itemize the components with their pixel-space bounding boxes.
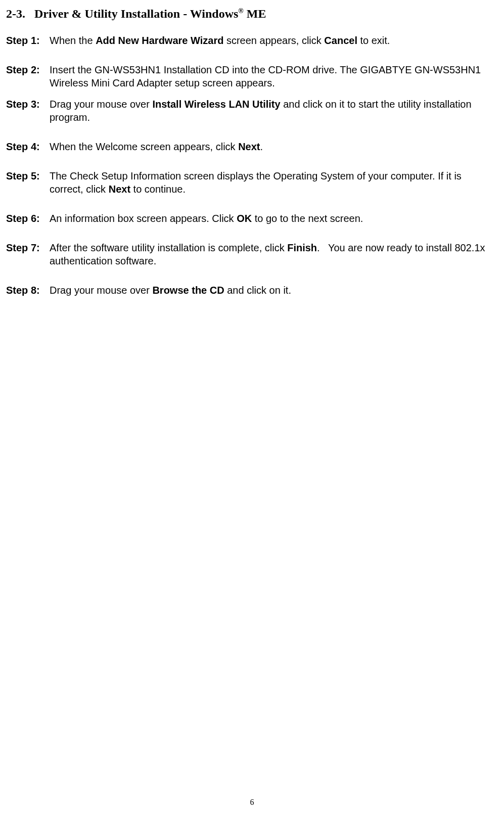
text: . [260, 141, 263, 152]
step-label: Step 2: [6, 63, 50, 76]
bold-text: Next [238, 141, 260, 152]
bold-text: Install Wireless LAN Utility [152, 99, 280, 110]
text: After the software utility installation … [50, 242, 287, 253]
step-3: Step 3: Drag your mouse over Install Wir… [6, 98, 498, 124]
heading-sup: ® [238, 7, 243, 15]
step-body: Drag your mouse over Install Wireless LA… [50, 98, 498, 124]
bold-text: Finish [287, 242, 317, 253]
text: screen appears, click [223, 35, 324, 46]
step-2: Step 2: Insert the GN-WS53HN1 Installati… [6, 63, 498, 89]
text: When the [50, 35, 96, 46]
step-4: Step 4: When the Welcome screen appears,… [6, 140, 498, 153]
step-label: Step 5: [6, 169, 50, 183]
heading-number: 2-3. [6, 7, 25, 20]
step-label: Step 1: [6, 34, 50, 47]
step-6: Step 6: An information box screen appear… [6, 212, 498, 225]
bold-text: Next [109, 184, 130, 195]
text: Insert the GN-WS53HN1 Installation CD in… [50, 64, 481, 88]
section-heading: 2-3. Driver & Utility Installation - Win… [6, 6, 498, 22]
text: to continue. [130, 184, 186, 195]
heading-title-before: Driver & Utility Installation - Windows [34, 7, 238, 20]
heading-title-after: ME [244, 7, 266, 20]
bold-text: Cancel [324, 35, 357, 46]
text: to go to the next screen. [252, 213, 363, 224]
text: An information box screen appears. Click [50, 213, 237, 224]
step-body: When the Welcome screen appears, click N… [50, 140, 498, 153]
text: When the Welcome screen appears, click [50, 141, 238, 152]
bold-text: Add New Hardware Wizard [96, 35, 223, 46]
bold-text: Browse the CD [152, 285, 224, 296]
step-body: An information box screen appears. Click… [50, 212, 498, 225]
step-label: Step 3: [6, 98, 50, 111]
step-7: Step 7: After the software utility insta… [6, 241, 498, 267]
step-label: Step 7: [6, 241, 50, 254]
text: Drag your mouse over [50, 285, 152, 296]
step-body: Drag your mouse over Browse the CD and c… [50, 284, 498, 297]
text: and click on it. [224, 285, 291, 296]
bold-text: OK [237, 213, 252, 224]
text: to exit. [357, 35, 390, 46]
step-label: Step 4: [6, 140, 50, 153]
step-body: After the software utility installation … [50, 241, 498, 267]
step-1: Step 1: When the Add New Hardware Wizard… [6, 34, 498, 47]
step-body: When the Add New Hardware Wizard screen … [50, 34, 498, 47]
step-body: The Check Setup Information screen displ… [50, 169, 498, 196]
step-5: Step 5: The Check Setup Information scre… [6, 169, 498, 196]
step-label: Step 8: [6, 284, 50, 297]
text: Drag your mouse over [50, 99, 152, 110]
step-body: Insert the GN-WS53HN1 Installation CD in… [50, 63, 498, 89]
step-label: Step 6: [6, 212, 50, 225]
step-8: Step 8: Drag your mouse over Browse the … [6, 284, 498, 297]
